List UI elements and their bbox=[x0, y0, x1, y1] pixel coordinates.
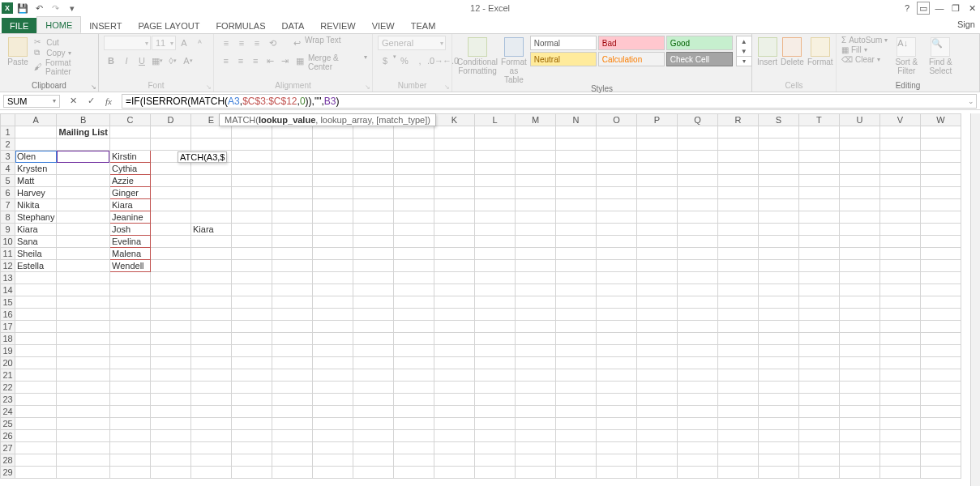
orientation-icon[interactable]: ⟲ bbox=[265, 36, 280, 50]
row-header-5[interactable]: 5 bbox=[1, 175, 15, 187]
cell-S19[interactable] bbox=[758, 345, 798, 357]
cell-K17[interactable] bbox=[434, 321, 474, 333]
cell-W7[interactable] bbox=[920, 199, 961, 211]
row-header-18[interactable]: 18 bbox=[1, 333, 15, 345]
cell-Q1[interactable] bbox=[677, 126, 717, 139]
cell-G10[interactable] bbox=[272, 236, 312, 248]
cell-N12[interactable] bbox=[555, 260, 596, 272]
cell-K13[interactable] bbox=[434, 272, 474, 284]
cell-F5[interactable] bbox=[231, 175, 272, 187]
cell-C23[interactable] bbox=[109, 394, 150, 406]
cell-V27[interactable] bbox=[879, 442, 920, 454]
font-size-select[interactable]: 11▾ bbox=[152, 36, 176, 50]
cell-I8[interactable] bbox=[353, 211, 393, 224]
tab-home[interactable]: HOME bbox=[36, 16, 81, 33]
cell-O26[interactable] bbox=[596, 430, 636, 442]
cell-E20[interactable] bbox=[190, 357, 231, 369]
merge-center-button[interactable]: Merge & Center bbox=[308, 53, 363, 71]
cell-M24[interactable] bbox=[515, 406, 555, 418]
cell-I23[interactable] bbox=[353, 394, 393, 406]
cell-H8[interactable] bbox=[312, 211, 353, 224]
cell-N25[interactable] bbox=[555, 418, 596, 430]
cell-H15[interactable] bbox=[312, 296, 353, 309]
cell-H3[interactable] bbox=[312, 151, 353, 163]
cell-C1[interactable] bbox=[109, 126, 150, 139]
cell-E16[interactable] bbox=[190, 309, 231, 321]
cell-C3[interactable]: Kirstin bbox=[109, 151, 150, 163]
cell-M10[interactable] bbox=[515, 236, 555, 248]
format-as-table-button[interactable]: Format as Table bbox=[501, 36, 527, 84]
vertical-scrollbar[interactable] bbox=[970, 113, 980, 486]
cell-H27[interactable] bbox=[312, 442, 353, 454]
cell-L29[interactable] bbox=[474, 467, 515, 479]
cell-D15[interactable] bbox=[150, 296, 190, 309]
cell-O22[interactable] bbox=[596, 382, 636, 394]
cell-R11[interactable] bbox=[717, 248, 758, 260]
underline-button[interactable]: U bbox=[135, 53, 149, 68]
cell-M26[interactable] bbox=[515, 430, 555, 442]
cell-Q19[interactable] bbox=[677, 345, 717, 357]
cell-S14[interactable] bbox=[758, 284, 798, 296]
cell-K18[interactable] bbox=[434, 333, 474, 345]
cell-D22[interactable] bbox=[150, 382, 190, 394]
cell-J28[interactable] bbox=[393, 454, 434, 467]
cell-L20[interactable] bbox=[474, 357, 515, 369]
cell-S12[interactable] bbox=[758, 260, 798, 272]
cell-K5[interactable] bbox=[434, 175, 474, 187]
cell-N19[interactable] bbox=[555, 345, 596, 357]
cell-J13[interactable] bbox=[393, 272, 434, 284]
cell-N11[interactable] bbox=[555, 248, 596, 260]
cell-A20[interactable] bbox=[15, 357, 57, 369]
cell-D27[interactable] bbox=[150, 442, 190, 454]
row-header-10[interactable]: 10 bbox=[1, 236, 15, 248]
cell-J27[interactable] bbox=[393, 442, 434, 454]
cell-J16[interactable] bbox=[393, 309, 434, 321]
cell-M15[interactable] bbox=[515, 296, 555, 309]
cell-A17[interactable] bbox=[15, 321, 57, 333]
cell-V23[interactable] bbox=[879, 394, 920, 406]
increase-decimal-icon[interactable]: .0→ bbox=[428, 53, 443, 68]
cell-S18[interactable] bbox=[758, 333, 798, 345]
cell-K15[interactable] bbox=[434, 296, 474, 309]
cell-P28[interactable] bbox=[636, 454, 677, 467]
font-dialog-icon[interactable]: ↘ bbox=[206, 83, 212, 91]
cell-A10[interactable]: Sana bbox=[15, 236, 57, 248]
cell-F23[interactable] bbox=[231, 394, 272, 406]
align-left-icon[interactable]: ≡ bbox=[219, 53, 233, 68]
cell-Q8[interactable] bbox=[677, 211, 717, 224]
cell-U5[interactable] bbox=[839, 175, 879, 187]
cell-A5[interactable]: Matt bbox=[15, 175, 57, 187]
italic-button[interactable]: I bbox=[119, 53, 134, 68]
col-header-C[interactable]: C bbox=[109, 114, 150, 126]
cell-B24[interactable] bbox=[57, 406, 110, 418]
cell-C14[interactable] bbox=[109, 284, 150, 296]
cell-L18[interactable] bbox=[474, 333, 515, 345]
cell-Q12[interactable] bbox=[677, 260, 717, 272]
clipboard-dialog-icon[interactable]: ↘ bbox=[91, 83, 96, 91]
cell-T25[interactable] bbox=[798, 418, 839, 430]
cell-J10[interactable] bbox=[393, 236, 434, 248]
cell-U26[interactable] bbox=[839, 430, 879, 442]
cell-L23[interactable] bbox=[474, 394, 515, 406]
style-check-cell[interactable]: Check Cell bbox=[666, 52, 733, 66]
cell-D24[interactable] bbox=[150, 406, 190, 418]
cell-L3[interactable] bbox=[474, 151, 515, 163]
cell-styles-gallery[interactable]: Normal Bad Good Neutral Calculation Chec… bbox=[530, 36, 733, 66]
cell-F13[interactable] bbox=[231, 272, 272, 284]
cell-C22[interactable] bbox=[109, 382, 150, 394]
cell-N21[interactable] bbox=[555, 369, 596, 382]
cell-T8[interactable] bbox=[798, 211, 839, 224]
cell-E4[interactable] bbox=[190, 163, 231, 175]
cell-A24[interactable] bbox=[15, 406, 57, 418]
cell-E19[interactable] bbox=[190, 345, 231, 357]
cell-Q3[interactable] bbox=[677, 151, 717, 163]
cell-O8[interactable] bbox=[596, 211, 636, 224]
cell-M20[interactable] bbox=[515, 357, 555, 369]
align-bottom-icon[interactable]: ≡ bbox=[250, 36, 264, 50]
cell-O29[interactable] bbox=[596, 467, 636, 479]
cell-E9[interactable]: Kiara bbox=[190, 224, 231, 236]
cell-A3[interactable]: Olen bbox=[15, 151, 57, 163]
cell-E5[interactable] bbox=[190, 175, 231, 187]
row-header-19[interactable]: 19 bbox=[1, 345, 15, 357]
cell-H24[interactable] bbox=[312, 406, 353, 418]
